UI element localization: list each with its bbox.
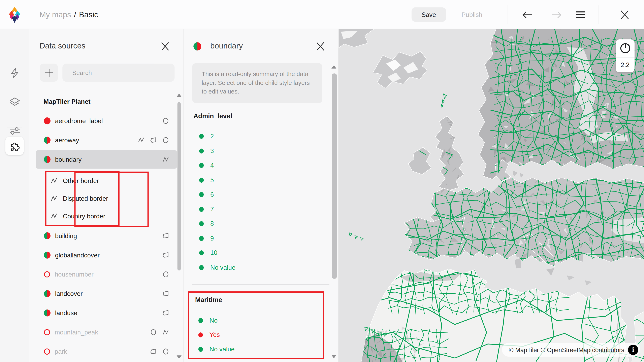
layers-icon[interactable] [0, 90, 29, 113]
value-label: 5 [210, 176, 214, 184]
undo-arrow-icon[interactable] [519, 0, 536, 29]
child-layer-row[interactable]: Disputed border [46, 190, 118, 207]
publish-button[interactable]: Publish [456, 7, 488, 22]
add-source-button[interactable] [40, 63, 58, 82]
source-row-landcover[interactable]: landcover [29, 284, 183, 303]
value-row-7[interactable]: 7 [184, 202, 338, 216]
layer-panel-body: This is a read-only summary of the data … [184, 63, 338, 362]
value-row-3[interactable]: 3 [184, 144, 338, 158]
source-row-globallandcover[interactable]: globallandcover [29, 245, 183, 265]
value-label: 9 [210, 235, 214, 242]
geometry-type-icons [162, 117, 169, 124]
info-icon[interactable]: i [628, 345, 638, 355]
scroll-up-icon[interactable] [177, 93, 182, 97]
value-row-no-value[interactable]: No value [184, 260, 338, 275]
line-type-icon [162, 329, 169, 336]
layer-status-dot [44, 252, 50, 259]
geometry-type-icons [162, 252, 169, 259]
close-layer-panel-icon[interactable] [316, 42, 325, 51]
value-row-2[interactable]: 2 [184, 129, 338, 144]
value-dot [199, 207, 204, 212]
value-row-10[interactable]: 10 [184, 246, 338, 260]
line-type-icon [46, 177, 58, 184]
breadcrumb-my-maps[interactable]: My maps [40, 10, 71, 19]
value-row-8[interactable]: 8 [184, 217, 338, 231]
value-dot [199, 236, 204, 241]
line-type-icon [46, 195, 58, 202]
value-row-yes[interactable]: Yes [190, 328, 323, 342]
value-label: 7 [210, 206, 214, 213]
source-row-housenumber[interactable]: housenumber [29, 265, 183, 284]
menu-icon[interactable] [572, 0, 589, 29]
circle-type-icon [162, 117, 169, 124]
annotation-box-maritime: Maritime NoYesNo value [188, 291, 324, 359]
maptiler-logo[interactable] [0, 0, 29, 29]
source-row-park[interactable]: park [29, 342, 183, 361]
maritime-heading: Maritime [195, 296, 323, 304]
breadcrumb-current: Basic [79, 10, 98, 19]
source-row-building[interactable]: building [29, 226, 183, 245]
value-label: 8 [210, 220, 214, 227]
source-row-aerodrome_label[interactable]: aerodrome_label [29, 111, 183, 130]
child-layer-row[interactable]: Country border [46, 207, 118, 225]
line-type-icon [138, 137, 145, 144]
layer-status-dot [44, 137, 50, 144]
value-dot [199, 163, 204, 168]
layer-status-dot [44, 329, 50, 336]
layer-status-dot [44, 271, 50, 278]
scrollbar-thumb[interactable] [332, 73, 337, 279]
source-label: aerodrome_label [55, 117, 103, 125]
layer-status-dot [44, 349, 50, 355]
value-label: No value [210, 264, 236, 271]
value-label: No [210, 317, 218, 324]
save-button[interactable]: Save [412, 7, 446, 22]
breadcrumb: My maps / Basic [40, 0, 98, 29]
value-dot [199, 134, 204, 139]
source-group-title: MapTiler Planet [29, 92, 183, 111]
geometry-type-icons [162, 310, 169, 317]
source-label: landuse [55, 309, 77, 317]
source-row-aeroway[interactable]: aeroway [29, 130, 183, 150]
geometry-type-icons [162, 232, 169, 239]
value-dot [199, 265, 204, 270]
scroll-up-icon[interactable] [332, 65, 336, 68]
child-layer-row[interactable]: Other border [46, 172, 118, 190]
map-canvas[interactable]: 2.2 © MapTiler © OpenStreetMap contribut… [338, 29, 644, 362]
bearing-dial-icon [620, 43, 631, 54]
value-row-no[interactable]: No [190, 313, 323, 328]
close-icon[interactable] [616, 0, 633, 29]
search-input[interactable] [62, 63, 174, 82]
map-controls: 2.2 [616, 39, 634, 72]
bearing-control[interactable] [616, 39, 634, 57]
child-layers-group: Other borderDisputed borderCountry borde… [45, 171, 119, 226]
redo-arrow-icon[interactable] [548, 0, 565, 29]
lightning-icon[interactable] [0, 61, 29, 84]
toolbar-divider [7, 128, 22, 128]
geometry-type-icons [162, 290, 169, 297]
value-label: 6 [210, 191, 214, 198]
child-layer-label: Country border [63, 212, 105, 220]
scroll-down-icon[interactable] [177, 355, 182, 359]
value-row-9[interactable]: 9 [184, 231, 338, 246]
scroll-down-icon[interactable] [332, 355, 336, 358]
value-row-no-value[interactable]: No value [190, 342, 323, 356]
readonly-note: This is a read-only summary of the data … [192, 63, 322, 103]
source-label: mountain_peak [54, 329, 98, 336]
value-row-6[interactable]: 6 [184, 187, 338, 202]
value-dot [199, 250, 204, 255]
value-row-4[interactable]: 4 [184, 158, 338, 173]
polygon-type-icon [162, 290, 169, 297]
source-row-mountain_peak[interactable]: mountain_peak [29, 323, 183, 342]
line-type-icon [162, 156, 169, 163]
layer-status-dot [44, 310, 50, 317]
close-data-sources-icon[interactable] [160, 42, 170, 51]
puzzle-icon[interactable] [0, 135, 29, 157]
value-row-5[interactable]: 5 [184, 173, 338, 187]
source-row-boundary[interactable]: boundary [29, 150, 183, 169]
basemap-europe [338, 29, 644, 362]
polygon-type-icon [162, 232, 169, 239]
admin-level-heading: Admin_level [194, 112, 338, 120]
geometry-type-icons [150, 348, 169, 355]
scrollbar-thumb[interactable] [178, 102, 181, 271]
source-row-landuse[interactable]: landuse [29, 303, 183, 323]
